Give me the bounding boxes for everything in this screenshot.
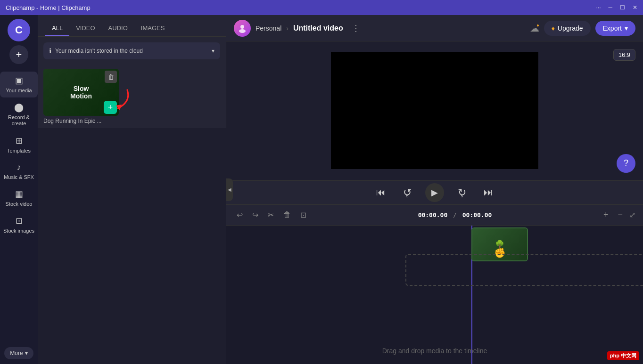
- tab-audio[interactable]: AUDIO: [102, 21, 134, 36]
- cut-button[interactable]: ✂: [265, 209, 277, 221]
- media-thumbnail: SlowMotion 🗑 +: [43, 69, 119, 116]
- play-icon: ▶: [431, 187, 438, 198]
- titlebar-close-btn[interactable]: ✕: [633, 4, 637, 11]
- list-item: SlowMotion 🗑 + Dog Running In Epic ...: [43, 69, 119, 124]
- svg-point-1: [240, 25, 244, 29]
- titlebar-minimize-btn[interactable]: ─: [608, 4, 612, 11]
- sidebar-item-stock-video[interactable]: ▦ Stock video: [0, 185, 38, 211]
- video-preview: 16:9 ?: [226, 41, 643, 180]
- templates-icon: ⊞: [16, 136, 23, 146]
- time-separator: /: [453, 211, 457, 218]
- play-pause-button[interactable]: ▶: [425, 183, 444, 202]
- sidebar: C + ▣ Your media ⬤ Record &create ⊞ Temp…: [0, 15, 38, 364]
- sidebar-item-label: Your media: [6, 88, 32, 94]
- skip-back-icon: ⏮: [376, 187, 386, 198]
- titlebar-more-btn[interactable]: ···: [596, 4, 601, 11]
- chevron-right-icon: ›: [286, 24, 289, 32]
- timeline-toolbar: ↩ ↪ ✂ 🗑 ⊡ 00:00.00 / 00:00.00 + −: [226, 205, 643, 226]
- total-time: 00:00.00: [462, 211, 492, 218]
- playback-controls: ⏮ ↺ 5 ▶ ↻ 5 ⏭: [226, 180, 643, 205]
- sidebar-item-templates[interactable]: ⊞ Templates: [0, 132, 38, 158]
- stock-video-icon: ▦: [15, 189, 23, 199]
- help-button[interactable]: ?: [617, 154, 635, 173]
- titlebar-controls: ··· ─ ☐ ✕: [596, 4, 637, 11]
- forward-label: 5: [461, 194, 463, 198]
- add-media-button[interactable]: +: [9, 45, 28, 64]
- thumb-label: SlowMotion: [66, 81, 96, 104]
- drag-drop-hint: Drag and drop media to the timeline: [382, 347, 487, 355]
- save-icon: ⊡: [300, 211, 306, 219]
- sidebar-item-label: Templates: [7, 148, 31, 154]
- diamond-icon: ♦: [552, 24, 555, 32]
- trash-icon: 🗑: [283, 210, 291, 218]
- chevron-down-icon: ▾: [25, 350, 28, 356]
- zoom-out-button[interactable]: −: [615, 209, 626, 221]
- export-button[interactable]: Export ▾: [595, 21, 635, 36]
- media-grid: SlowMotion 🗑 + Dog Running In Epic ...: [38, 65, 226, 128]
- add-to-timeline-button2[interactable]: +: [601, 209, 611, 221]
- sidebar-item-label: Record &create: [8, 114, 30, 127]
- cloud-sync-button[interactable]: ☁♦: [530, 23, 539, 34]
- media-item-name: Dog Running In Epic ...: [43, 118, 119, 124]
- user-avatar[interactable]: [234, 20, 251, 37]
- workspace-label[interactable]: Personal: [256, 24, 281, 32]
- skip-to-start-button[interactable]: ⏮: [372, 184, 389, 201]
- project-more-button[interactable]: ⋮: [348, 21, 364, 35]
- add-to-timeline-button[interactable]: +: [104, 101, 117, 114]
- timeline-time-display: 00:00.00 / 00:00.00: [418, 211, 492, 218]
- info-icon: ℹ: [49, 47, 51, 55]
- editor-area: Personal › Untitled video ⋮ ☁♦ ♦ Upgrade…: [226, 15, 643, 364]
- stock-images-icon: ⊡: [16, 216, 23, 226]
- sidebar-item-music-sfx[interactable]: ♪ Music & SFX: [0, 159, 38, 184]
- project-title[interactable]: Untitled video: [293, 24, 343, 32]
- sidebar-item-record-create[interactable]: ⬤ Record &create: [0, 98, 38, 130]
- php-badge: php 中文网: [607, 351, 639, 360]
- export-label: Export: [603, 24, 622, 32]
- titlebar-maximize-btn[interactable]: ☐: [620, 4, 625, 11]
- chevron-down-icon: ▾: [212, 48, 214, 54]
- svg-point-2: [239, 29, 246, 33]
- video-canvas: [331, 52, 538, 169]
- music-sfx-icon: ♪: [17, 162, 21, 172]
- sidebar-item-your-media[interactable]: ▣ Your media: [0, 72, 38, 97]
- sidebar-item-label: Music & SFX: [4, 174, 34, 180]
- delete-media-button[interactable]: 🗑: [105, 71, 117, 83]
- sidebar-item-stock-images[interactable]: ⊡ Stock images: [0, 212, 38, 238]
- logo-letter: C: [15, 24, 23, 36]
- upgrade-label: Upgrade: [558, 24, 583, 32]
- redo-button[interactable]: ↪: [249, 209, 261, 221]
- undo-button[interactable]: ↩: [234, 209, 246, 221]
- media-panel-wrapper: ALL VIDEO AUDIO IMAGES ℹ Your media isn'…: [38, 15, 226, 364]
- sidebar-item-label: Stock video: [6, 201, 33, 207]
- forward-5s-button[interactable]: ↻ 5: [453, 184, 470, 201]
- media-panel: ALL VIDEO AUDIO IMAGES ℹ Your media isn'…: [38, 15, 226, 128]
- delete-clip-button[interactable]: 🗑: [280, 209, 294, 221]
- rewind-label: 5: [406, 194, 408, 198]
- rewind-5s-button[interactable]: ↺ 5: [399, 184, 416, 201]
- tab-images[interactable]: IMAGES: [134, 21, 172, 36]
- tab-all[interactable]: ALL: [45, 21, 69, 36]
- collapse-panel-button[interactable]: ◀: [226, 178, 233, 201]
- record-create-icon: ⬤: [14, 102, 24, 113]
- editor-topbar: Personal › Untitled video ⋮ ☁♦ ♦ Upgrade…: [226, 15, 643, 41]
- skip-to-end-button[interactable]: ⏭: [480, 184, 497, 201]
- media-tabs: ALL VIDEO AUDIO IMAGES: [38, 15, 226, 37]
- cloud-storage-bar[interactable]: ℹ Your media isn't stored in the cloud ▾: [43, 42, 220, 59]
- sidebar-item-label: Stock images: [3, 228, 34, 234]
- redo-icon: ↪: [252, 211, 258, 219]
- upgrade-button[interactable]: ♦ Upgrade: [544, 21, 591, 36]
- cloud-bar-text: Your media isn't stored in the cloud: [55, 48, 208, 54]
- expand-timeline-button[interactable]: ⤢: [629, 210, 635, 219]
- timeline-drop-zone: [405, 254, 643, 286]
- aspect-ratio-button[interactable]: 16:9: [613, 49, 635, 61]
- question-mark-icon: ?: [624, 158, 628, 168]
- main-layout: C + ▣ Your media ⬤ Record &create ⊞ Temp…: [0, 15, 643, 364]
- titlebar-title: Clipchamp - Home | Clipchamp: [6, 4, 596, 11]
- save-frame-button[interactable]: ⊡: [297, 209, 309, 221]
- cloud-icon: ☁♦: [530, 23, 539, 33]
- more-button[interactable]: More ▾: [4, 347, 33, 359]
- timeline-area[interactable]: 🌳 ✊ Drag and drop media to the timeline …: [226, 226, 643, 364]
- sidebar-logo: C: [8, 19, 30, 41]
- tab-video[interactable]: VIDEO: [69, 21, 101, 36]
- undo-icon: ↩: [237, 211, 243, 219]
